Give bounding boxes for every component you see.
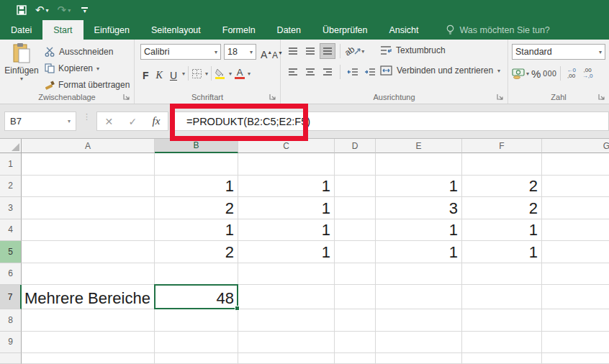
copy-button[interactable]: Kopieren ▾	[45, 60, 99, 76]
row-header-9[interactable]: 9	[0, 332, 22, 354]
column-header-G[interactable]: G	[542, 139, 609, 153]
cell-F3[interactable]: 2	[462, 197, 542, 219]
bold-button[interactable]: F	[140, 65, 151, 81]
formula-text: =PRODUKT(B2:C5;E2:F5)	[186, 116, 310, 127]
save-button[interactable]	[13, 1, 30, 19]
column-header-E[interactable]: E	[376, 139, 462, 153]
cell-B5[interactable]: 2	[155, 241, 238, 263]
tell-me-box[interactable]: Was möchten Sie tun?	[446, 20, 550, 40]
wrap-text-label: Textumbruch	[396, 45, 446, 55]
formula-input[interactable]: =PRODUKT(B2:C5;E2:F5)	[170, 112, 609, 131]
underline-button[interactable]: U	[168, 65, 179, 81]
align-left-button[interactable]	[285, 64, 301, 80]
cell-C3[interactable]: 1	[238, 197, 335, 219]
percent-style-button[interactable]: %	[531, 68, 541, 80]
name-box[interactable]: B7 ▾	[4, 112, 76, 131]
alignment-dialog-launcher[interactable]	[497, 94, 505, 101]
select-all-triangle-icon	[12, 143, 19, 151]
borders-caret-icon[interactable]: ▾	[205, 70, 208, 77]
fill-color-icon[interactable]	[215, 68, 226, 79]
cell-C5[interactable]: 1	[238, 241, 335, 263]
cell-F2[interactable]: 2	[462, 176, 542, 198]
align-middle-button[interactable]	[302, 43, 318, 59]
column-header-B[interactable]: B	[155, 139, 238, 153]
cell-C4[interactable]: 1	[238, 219, 335, 242]
currency-format-button[interactable]: ▾	[512, 68, 529, 79]
decrease-indent-button[interactable]	[345, 64, 361, 80]
italic-button[interactable]: K	[154, 65, 165, 81]
align-bottom-button[interactable]	[320, 43, 335, 59]
font-size-combo[interactable]: 18 ▾	[224, 44, 256, 60]
column-header-F[interactable]: F	[462, 139, 542, 153]
cell-B4[interactable]: 1	[155, 219, 238, 242]
row-header-s9[interactable]	[0, 353, 22, 364]
tab-daten[interactable]: Daten	[266, 20, 312, 40]
redo-button[interactable]: ↷ ▾	[54, 1, 75, 19]
customize-qat-button[interactable]: ▾	[81, 7, 88, 14]
tab-seitenlayout[interactable]: Seitenlayout	[140, 20, 212, 40]
align-top-button[interactable]	[285, 43, 301, 59]
row-header-4[interactable]: 4	[0, 219, 22, 242]
row-header-8[interactable]: 8	[0, 309, 22, 332]
increase-indent-button[interactable]	[362, 64, 378, 80]
cut-button[interactable]: Ausschneiden	[45, 44, 113, 60]
increase-decimal-button[interactable]: ←0 ,00	[564, 65, 577, 81]
format-painter-button[interactable]: Format übertragen	[45, 77, 130, 93]
cell-B2[interactable]: 1	[155, 176, 238, 198]
cancel-icon[interactable]: ✕	[105, 116, 114, 127]
row-header-1[interactable]: 1	[0, 153, 22, 176]
cell-E4[interactable]: 1	[376, 219, 462, 242]
undo-caret-icon[interactable]: ▾	[46, 7, 49, 14]
cell-E3[interactable]: 3	[376, 197, 462, 219]
row-header-2[interactable]: 2	[0, 176, 22, 198]
number-format-value: Standard	[515, 47, 552, 57]
align-right-button[interactable]	[320, 64, 335, 80]
align-center-button[interactable]	[302, 64, 318, 80]
cell-B3[interactable]: 2	[155, 197, 238, 219]
row-header-5[interactable]: 5	[0, 241, 22, 263]
select-all-button[interactable]	[0, 139, 22, 153]
cell-F5[interactable]: 1	[462, 241, 542, 263]
orientation-icon: ab	[343, 44, 356, 58]
undo-button[interactable]: ↶ ▾	[32, 1, 53, 19]
cell-A7[interactable]: Mehrere Bereiche	[22, 285, 155, 309]
font-color-button[interactable]: A	[235, 68, 245, 79]
column-header-D[interactable]: D	[335, 139, 376, 153]
row-header-7[interactable]: 7	[0, 285, 22, 309]
column-header-A[interactable]: A	[22, 139, 155, 153]
cell-E2[interactable]: 1	[376, 176, 462, 198]
comma-style-button[interactable]: 000	[543, 69, 556, 78]
cell-C2[interactable]: 1	[238, 176, 335, 198]
merge-center-caret-icon: ▾	[497, 68, 500, 74]
column-header-C[interactable]: C	[238, 139, 335, 153]
fill-color-caret-icon[interactable]: ▾	[229, 70, 232, 77]
tab-ueberpruefen[interactable]: Überprüfen	[312, 20, 379, 40]
tab-start[interactable]: Start	[42, 20, 83, 40]
row-header-3[interactable]: 3	[0, 197, 22, 219]
insert-function-icon[interactable]: fx	[153, 115, 161, 127]
number-format-combo[interactable]: Standard ▾	[512, 44, 605, 60]
merge-center-button[interactable]: Verbinden und zentrieren ▾	[380, 65, 500, 76]
cell-B7[interactable]: 48	[155, 285, 238, 309]
row-header-6[interactable]: 6	[0, 263, 22, 286]
number-dialog-launcher[interactable]	[598, 94, 606, 101]
tab-einfuegen[interactable]: Einfügen	[84, 20, 140, 40]
wrap-text-button[interactable]: Textumbruch	[380, 45, 446, 55]
cell-F4[interactable]: 1	[462, 219, 542, 242]
borders-icon[interactable]	[191, 68, 202, 79]
font-name-combo[interactable]: Calibri ▾	[140, 44, 221, 60]
formula-bar-grip[interactable]: ⋮	[83, 114, 91, 119]
orientation-button[interactable]: ab ▾	[345, 46, 364, 56]
enter-icon[interactable]: ✓	[129, 116, 137, 127]
underline-caret-icon[interactable]: ▾	[182, 70, 185, 77]
tab-ansicht[interactable]: Ansicht	[379, 20, 430, 40]
paste-button[interactable]: Einfügen ▾	[3, 42, 40, 90]
decrease-decimal-button[interactable]: ,00 →,0	[580, 65, 595, 81]
tab-formeln[interactable]: Formeln	[212, 20, 266, 40]
cell-E5[interactable]: 1	[376, 241, 462, 263]
clipboard-dialog-launcher[interactable]	[123, 94, 131, 101]
font-dialog-launcher[interactable]	[269, 94, 277, 101]
name-box-caret-icon[interactable]: ▾	[68, 118, 71, 124]
font-color-caret-icon[interactable]: ▾	[248, 70, 251, 77]
tab-datei[interactable]: Datei	[0, 20, 42, 40]
